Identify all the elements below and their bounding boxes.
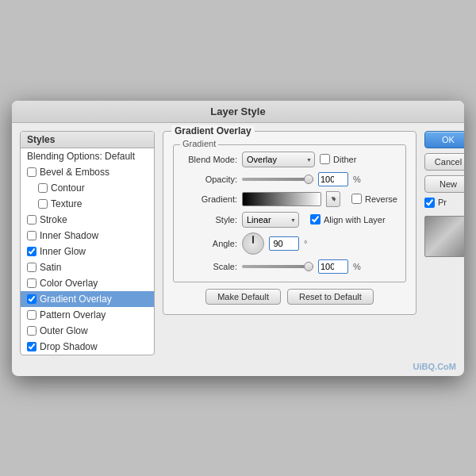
sidebar-item-10[interactable]: Pattern Overlay [21, 307, 154, 323]
sidebar-item-12[interactable]: Drop Shadow [21, 339, 154, 355]
opacity-slider[interactable] [242, 178, 313, 181]
main-panel: Gradient Overlay Gradient Blend Mode: No… [163, 131, 416, 355]
buttons-row: Make Default Reset to Default [173, 289, 406, 305]
sidebar-cb-8[interactable] [27, 278, 36, 288]
blend-mode-select[interactable]: NormalDissolveDarkenMultiplyColor BurnLi… [242, 152, 315, 167]
dialog-title: Layer Style [210, 106, 265, 117]
opacity-input[interactable] [318, 172, 348, 186]
sidebar-item-6[interactable]: Inner Glow [21, 244, 154, 259]
watermark: UiBQ.CoM [413, 362, 456, 371]
gradient-swatch[interactable] [242, 192, 321, 206]
angle-dial[interactable] [242, 232, 264, 255]
angle-row: Angle: ° [182, 232, 397, 255]
sidebar-cb-5[interactable] [27, 231, 36, 240]
blend-mode-row: Blend Mode: NormalDissolveDarkenMultiply… [182, 152, 397, 167]
angle-input[interactable] [269, 236, 299, 251]
sidebar-item-7[interactable]: Satin [21, 259, 154, 275]
style-row: Style: LinearRadialAngleReflectedDiamond… [182, 212, 397, 228]
style-select-wrapper: LinearRadialAngleReflectedDiamond [242, 212, 299, 228]
angle-unit: ° [304, 239, 307, 248]
blend-mode-label: Blend Mode: [182, 155, 237, 164]
cancel-button[interactable]: Cancel [424, 153, 464, 171]
ok-button[interactable]: OK [424, 131, 464, 148]
gradient-select[interactable] [326, 191, 346, 207]
sidebar-title: Styles [21, 132, 154, 148]
scale-row: Scale: % [182, 259, 397, 274]
make-default-button[interactable]: Make Default [205, 289, 281, 305]
sidebar-cb-3[interactable] [38, 199, 48, 209]
right-buttons: OK Cancel New Pr [424, 131, 464, 355]
sidebar-item-1[interactable]: Bevel & Emboss [21, 164, 154, 180]
sidebar: Styles Blending Options: DefaultBevel & … [20, 131, 155, 355]
new-button[interactable]: New [424, 175, 464, 193]
reverse-label[interactable]: Reverse [351, 194, 397, 204]
scale-unit: % [353, 262, 361, 271]
opacity-unit: % [353, 175, 361, 184]
style-select[interactable]: LinearRadialAngleReflectedDiamond [242, 212, 299, 228]
group-title: Gradient Overlay [171, 125, 255, 136]
sidebar-item-5[interactable]: Inner Shadow [21, 228, 154, 244]
sidebar-cb-4[interactable] [27, 215, 36, 225]
gradient-label: Gradient: [182, 194, 237, 204]
sidebar-cb-2[interactable] [38, 183, 48, 193]
style-label: Style: [182, 215, 237, 225]
scale-slider[interactable] [242, 265, 313, 268]
sidebar-cb-11[interactable] [27, 326, 36, 336]
sidebar-item-3[interactable]: Texture [21, 196, 154, 212]
footer: UiBQ.CoM [12, 363, 464, 376]
scale-label: Scale: [182, 262, 237, 271]
sidebar-item-9[interactable]: Gradient Overlay [21, 291, 154, 307]
preview-box [424, 216, 464, 257]
gradient-sub-group: Gradient Blend Mode: NormalDissolveDarke… [173, 144, 406, 282]
opacity-label: Opacity: [182, 175, 237, 184]
sidebar-item-4[interactable]: Stroke [21, 212, 154, 228]
gradient-arrow-wrapper: ▼ [326, 191, 340, 207]
dither-label[interactable]: Dither [320, 154, 356, 164]
reset-default-button[interactable]: Reset to Default [287, 289, 374, 305]
angle-label: Angle: [182, 239, 237, 248]
sidebar-cb-10[interactable] [27, 310, 36, 320]
blend-mode-select-wrapper: NormalDissolveDarkenMultiplyColor BurnLi… [242, 152, 315, 167]
sidebar-cb-12[interactable] [27, 342, 36, 351]
layer-style-dialog: Layer Style Styles Blending Options: Def… [12, 101, 464, 376]
sidebar-cb-9[interactable] [27, 294, 36, 304]
scale-input[interactable] [318, 259, 348, 274]
opacity-row: Opacity: % [182, 172, 397, 186]
sidebar-item-11[interactable]: Outer Glow [21, 323, 154, 339]
preview-checkbox[interactable] [424, 198, 435, 208]
sidebar-cb-6[interactable] [27, 247, 36, 256]
sub-group-title: Gradient [180, 139, 218, 148]
sidebar-item-0[interactable]: Blending Options: Default [21, 148, 154, 164]
sidebar-item-8[interactable]: Color Overlay [21, 275, 154, 291]
gradient-row: Gradient: ▼ Reverse [182, 191, 397, 207]
sidebar-item-2[interactable]: Contour [21, 180, 154, 196]
sidebar-cb-1[interactable] [27, 167, 36, 177]
gradient-overlay-group: Gradient Overlay Gradient Blend Mode: No… [163, 131, 416, 315]
preview-label[interactable]: Pr [424, 198, 464, 208]
reverse-checkbox[interactable] [351, 194, 362, 204]
align-checkbox[interactable] [310, 214, 321, 225]
sidebar-cb-7[interactable] [27, 263, 36, 272]
title-bar: Layer Style [12, 101, 464, 123]
dialog-body: Styles Blending Options: DefaultBevel & … [12, 123, 464, 363]
dither-checkbox[interactable] [320, 154, 330, 164]
align-label[interactable]: Align with Layer [310, 214, 386, 225]
